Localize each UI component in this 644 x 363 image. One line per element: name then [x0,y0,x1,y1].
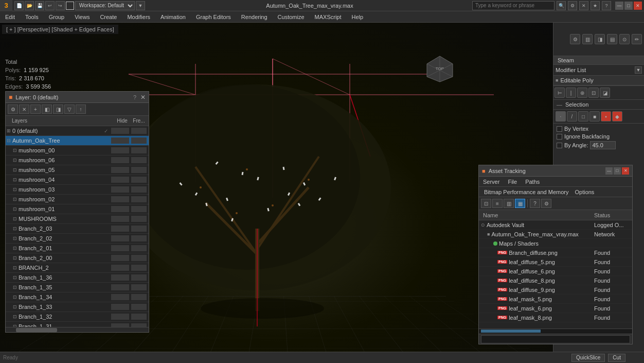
layer-item-branch-2-03[interactable]: ⊡ Branch_2_03 [6,224,149,234]
asset-close-btn[interactable]: ✕ [622,167,629,175]
layer-item-mushroom-05[interactable]: ⊡ mushroom_05 [6,165,149,175]
ly-btn-filter[interactable]: ▽ [64,105,75,114]
layer-frz-b201[interactable] [131,245,147,251]
layer-item-mushrooms[interactable]: ⊡ MUSHROOMS [6,214,149,224]
rp-tb-3[interactable]: ⊛ [577,88,587,98]
layer-frz-branch2[interactable] [131,265,147,271]
layer-vis-m00[interactable] [111,147,129,153]
asset-item-leaf-mask-6[interactable]: PNG leaf_mask_6.png Found [479,304,632,313]
layer-item-branch-2-02[interactable]: ⊡ Branch_2_02 [6,234,149,244]
modifier-dropdown[interactable]: ▼ [635,66,642,74]
menu-edit[interactable]: Edit [0,11,20,23]
rp-tb-1[interactable]: ⊢ [554,88,565,98]
asset-item-leaf-diff-8[interactable]: PNG leaf_diffuse_8.png Found [479,276,632,285]
search-input[interactable] [472,1,554,10]
menu-modifiers[interactable]: Modifiers [122,11,155,23]
layer-item-mushroom-03[interactable]: ⊡ mushroom_03 [6,185,149,195]
layers-help-btn[interactable]: ? [133,94,136,100]
sel-poly-icon[interactable]: ■ [589,111,600,122]
save-btn[interactable]: 💾 [35,1,44,10]
asset-item-maps[interactable]: Maps / Shaders [479,239,632,248]
minimize-btn[interactable]: — [615,2,623,10]
asset-path-input[interactable] [481,335,630,343]
layer-frz-b200[interactable] [131,255,147,261]
menu-group[interactable]: Group [44,11,70,23]
layer-frz-b134[interactable] [131,294,147,300]
layer-vis-b135[interactable] [111,284,129,290]
close-btn[interactable]: ✕ [634,2,642,10]
layer-vis-b201[interactable] [111,245,129,251]
layer-frz-autumn[interactable] [131,137,147,144]
layer-frz-b133[interactable] [131,304,147,310]
sel-element2-icon[interactable]: ◆ [612,111,622,122]
layer-vis-b134[interactable] [111,294,129,300]
open-btn[interactable]: 📂 [25,1,34,10]
ly-btn-delete[interactable]: ✕ [19,105,29,114]
layer-item-branch-2-00[interactable]: ⊡ Branch_2_00 [6,253,149,263]
menu-graph-editors[interactable]: Graph Editors [191,11,236,23]
layers-list[interactable]: ⊞ 0 (default) ✓ ⊟ Autumn_Oak_Tree ⊡ mush… [6,126,149,327]
rp-icon-2[interactable]: ▥ [582,34,593,44]
layer-item-branch-2[interactable]: ⊡ BRANCH_2 [6,263,149,273]
at-btn-3[interactable]: ▥ [504,199,514,208]
layer-item-mushroom-04[interactable]: ⊡ mushroom_04 [6,175,149,185]
at-btn-help[interactable]: ? [530,199,540,208]
layer-item-mushroom-01[interactable]: ⊡ mushroom_01 [6,204,149,214]
asset-maximize-btn[interactable]: □ [614,167,621,175]
layer-item-mushroom-00[interactable]: ⊡ mushroom_00 [6,146,149,155]
menu-customize[interactable]: Customize [273,11,310,23]
tools-btn[interactable]: ⚙ [568,1,577,10]
layer-item-branch-1-32[interactable]: ⊡ Branch_1_32 [6,312,149,322]
asset-submenu-bitmap[interactable]: Bitmap Performance and Memory [481,189,571,195]
maximize-btn[interactable]: □ [624,2,633,10]
layer-frz-m03[interactable] [131,186,147,193]
sel-vertex-icon[interactable]: · [556,111,566,122]
by-angle-input[interactable] [590,141,616,149]
layer-item-mushroom-02[interactable]: ⊡ mushroom_02 [6,195,149,204]
layer-frz-b203[interactable] [131,226,147,232]
asset-menu-file[interactable]: File [504,177,521,187]
layer-item-branch-1-31[interactable]: ⊡ Branch_1_31 [6,322,149,327]
layer-frz-m04[interactable] [131,177,147,183]
sel-edge-icon[interactable]: / [567,111,577,122]
rp-icon-1[interactable]: ⚙ [570,34,580,44]
layer-vis-b132[interactable] [111,314,129,320]
layer-vis-m04[interactable] [111,177,129,183]
redo-btn[interactable]: ↪ [56,1,65,10]
search-btn[interactable]: 🔍 [557,1,566,10]
layer-frz-m02[interactable] [131,196,147,202]
layer-vis-m03[interactable] [111,186,129,193]
asset-menu-paths[interactable]: Paths [521,177,544,187]
layer-item-default[interactable]: ⊞ 0 (default) ✓ [6,126,149,136]
new-btn[interactable]: 📄 [14,1,24,10]
nav-cube[interactable]: TOP [424,54,455,84]
layers-close-btn[interactable]: ✕ [140,94,146,101]
layer-vis-b131[interactable] [111,323,129,327]
asset-item-leaf-diff-9[interactable]: PNG leaf_diffuse_9.png Found [479,285,632,295]
layer-vis-b200[interactable] [111,255,129,261]
workspace-select[interactable]: Workspace: Default [75,1,135,10]
quick-slice-btn[interactable]: QuickSlice [571,354,605,362]
ly-btn-deselect[interactable]: ◨ [53,105,63,114]
layer-vis-m02[interactable] [111,196,129,202]
workspace-dropdown-btn[interactable]: ▼ [136,1,145,10]
layer-frz-b136[interactable] [131,274,147,281]
layer-item-autumn-oak-tree[interactable]: ⊟ Autumn_Oak_Tree [6,136,149,146]
menu-create[interactable]: Create [95,11,122,23]
sel-element-icon[interactable]: ▪ [601,111,611,122]
snap-btn[interactable]: ✕ [579,1,588,10]
layer-item-branch-2-01[interactable]: ⊡ Branch_2_01 [6,244,149,253]
layer-item-branch-1-33[interactable]: ⊡ Branch_1_33 [6,302,149,312]
rp-icon-6[interactable]: ✏ [632,34,642,44]
layer-frz-b132[interactable] [131,314,147,320]
by-angle-checkbox[interactable] [557,143,562,148]
layer-frz-mushrooms[interactable] [131,216,147,222]
layer-frz-m01[interactable] [131,206,147,212]
star-btn[interactable]: ★ [591,1,600,10]
asset-item-leaf-mask-5[interactable]: PNG leaf_mask_5.png Found [479,295,632,304]
layer-vis-b133[interactable] [111,304,129,310]
layer-vis-m05[interactable] [111,167,129,173]
rp-icon-5[interactable]: ⊙ [619,34,630,44]
layer-item-mushroom-06[interactable]: ⊡ mushroom_06 [6,155,149,165]
asset-item-leaf-diff-6[interactable]: PNG leaf_diffuse_6.png Found [479,267,632,276]
